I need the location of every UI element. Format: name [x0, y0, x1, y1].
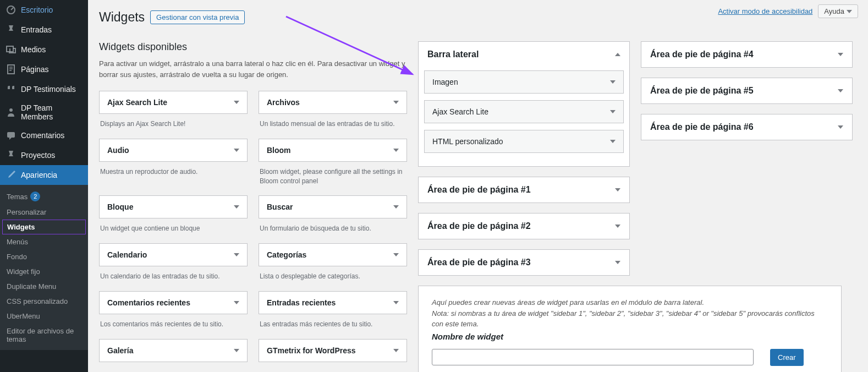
comment-icon [6, 130, 17, 141]
widget-name: Audio [107, 146, 129, 155]
submenu-item-menús[interactable]: Menús [0, 234, 88, 249]
menu-item-dp-testimonials[interactable]: DP Testimonials [0, 79, 88, 99]
menu-item-escritorio[interactable]: Escritorio [0, 0, 88, 20]
available-widget[interactable]: Audio [99, 139, 248, 162]
placed-widget[interactable]: HTML personalizado [424, 130, 624, 153]
menu-item-comentarios[interactable]: Comentarios [0, 125, 88, 145]
available-widget[interactable]: Calendario [99, 243, 248, 266]
menu-label: Apariencia [21, 171, 57, 179]
widget-area-header[interactable]: Área de pie de página #6 [641, 114, 852, 140]
dashboard-icon [6, 4, 17, 15]
available-widget[interactable]: Ajax Search Lite [99, 91, 248, 114]
submenu-item-duplicate-menu[interactable]: Duplicate Menu [0, 279, 88, 294]
widget-area: Área de pie de página #4 [641, 41, 853, 68]
widget-area-header[interactable]: Barra lateral [419, 42, 629, 67]
chevron-down-icon [393, 149, 399, 152]
widget-name: Ajax Search Lite [107, 98, 167, 107]
menu-label: DP Team Members [21, 103, 83, 121]
widget-description: Un widget que contiene un bloque [99, 218, 248, 243]
widget-area-header[interactable]: Área de pie de página #5 [641, 78, 852, 103]
submenu-label: Temas [7, 193, 28, 201]
chevron-down-icon [234, 349, 239, 352]
widget-area: Área de pie de página #2 [418, 213, 630, 239]
widget-area-header[interactable]: Área de pie de página #2 [419, 214, 629, 239]
widget-description: Un listado mensual de las entradas de tu… [259, 114, 407, 139]
manage-preview-button[interactable]: Gestionar con vista previa [150, 10, 245, 24]
widget-name: Entradas recientes [267, 298, 336, 307]
widget-description: Las entradas más recientes de tu sitio. [259, 314, 407, 339]
menu-label: Entradas [21, 25, 52, 34]
available-widget[interactable]: Bloque [99, 195, 248, 218]
available-widget[interactable]: Comentarios recientes [99, 291, 248, 314]
available-widget[interactable]: Archivos [259, 91, 407, 114]
available-widget[interactable]: Buscar [259, 195, 407, 218]
submenu-item-css-personalizado[interactable]: CSS personalizado [0, 294, 88, 309]
content-area: Activar modo de accesibilidad Ayuda Widg… [88, 0, 868, 372]
available-widgets-grid: Ajax Search LiteDisplays an Ajax Search … [99, 91, 407, 372]
widget-area-title: Barra lateral [427, 50, 479, 59]
menu-item-proyectos[interactable]: Proyectos [0, 145, 88, 165]
submenu-item-ubermenu[interactable]: UberMenu [0, 309, 88, 324]
widget-area-header[interactable]: Área de pie de página #4 [641, 42, 852, 67]
svg-point-3 [9, 108, 13, 112]
widget-name: GTmetrix for WordPress [267, 346, 356, 355]
chevron-down-icon [838, 53, 843, 56]
menu-item-páginas[interactable]: Páginas [0, 59, 88, 79]
chevron-down-icon [393, 101, 399, 104]
submenu-item-widgets[interactable]: Widgets [2, 220, 86, 234]
menu-item-medios[interactable]: Medios [0, 40, 88, 59]
chevron-down-icon [393, 301, 399, 304]
media-icon [6, 44, 17, 55]
submenu-label: UberMenu [7, 312, 40, 320]
menu-item-entradas[interactable]: Entradas [0, 20, 88, 40]
placed-widget[interactable]: Imagen [424, 70, 624, 94]
topbar: Activar modo de accesibilidad Ayuda [718, 4, 858, 18]
widget-name: Bloom [267, 146, 291, 155]
widget-area: Área de pie de página #5 [641, 78, 853, 104]
available-widget[interactable]: Entradas recientes [259, 291, 407, 314]
help-label: Ayuda [824, 7, 844, 15]
available-widgets-desc: Para activar un widget, arrástralo a una… [99, 58, 407, 80]
submenu-label: Menús [7, 238, 28, 246]
placed-widget[interactable]: Ajax Search Lite [424, 100, 624, 123]
pin-icon [6, 150, 17, 161]
widget-description: Un calendario de las entradas de tu siti… [99, 266, 248, 291]
widget-area-body: ImagenAjax Search LiteHTML personalizado [419, 67, 629, 166]
available-widget[interactable]: Categorías [259, 243, 407, 266]
chevron-down-icon [615, 261, 620, 264]
chevron-up-icon [615, 53, 620, 56]
available-widget[interactable]: GTmetrix for WordPress [259, 339, 407, 362]
widget-description: Los comentarios más recientes de tu siti… [99, 314, 248, 339]
help-button[interactable]: Ayuda [818, 4, 858, 18]
svg-rect-4 [7, 132, 15, 138]
menu-item-apariencia[interactable]: Apariencia [0, 165, 88, 185]
chevron-down-icon [610, 110, 616, 113]
widget-description: Muestra un reproductor de audio. [99, 162, 248, 187]
appearance-submenu: Temas2PersonalizarWidgetsMenúsFondoWidge… [0, 185, 88, 350]
chevron-down-icon [615, 225, 620, 228]
submenu-item-editor-de-archivos-de-temas[interactable]: Editor de archivos de temas [0, 324, 88, 347]
chevron-down-icon [847, 10, 852, 13]
chevron-down-icon [615, 188, 620, 192]
chevron-down-icon [393, 205, 399, 209]
svg-rect-2 [8, 65, 14, 74]
chevron-down-icon [393, 349, 399, 352]
menu-item-dp-team-members[interactable]: DP Team Members [0, 99, 88, 125]
widget-area-header[interactable]: Área de pie de página #3 [419, 250, 629, 275]
chevron-down-icon [838, 89, 843, 92]
submenu-label: Editor de archivos de temas [7, 327, 81, 343]
accessibility-link[interactable]: Activar modo de accesibilidad [718, 7, 812, 15]
submenu-item-fondo[interactable]: Fondo [0, 249, 88, 264]
submenu-label: Personalizar [7, 208, 46, 216]
pin-icon [6, 24, 17, 35]
submenu-item-temas[interactable]: Temas2 [0, 188, 88, 205]
available-widget[interactable]: Galería [99, 339, 248, 362]
submenu-item-widget-fijo[interactable]: Widget fijo [0, 264, 88, 279]
widget-area-header[interactable]: Área de pie de página #1 [419, 177, 629, 203]
widget-area: Barra lateralImagenAjax Search LiteHTML … [418, 41, 630, 167]
submenu-item-personalizar[interactable]: Personalizar [0, 205, 88, 220]
widget-area-title: Área de pie de página #2 [427, 221, 531, 231]
page-icon [6, 64, 17, 75]
placed-widget-name: Ajax Search Lite [432, 107, 488, 116]
available-widget[interactable]: Bloom [259, 139, 407, 162]
